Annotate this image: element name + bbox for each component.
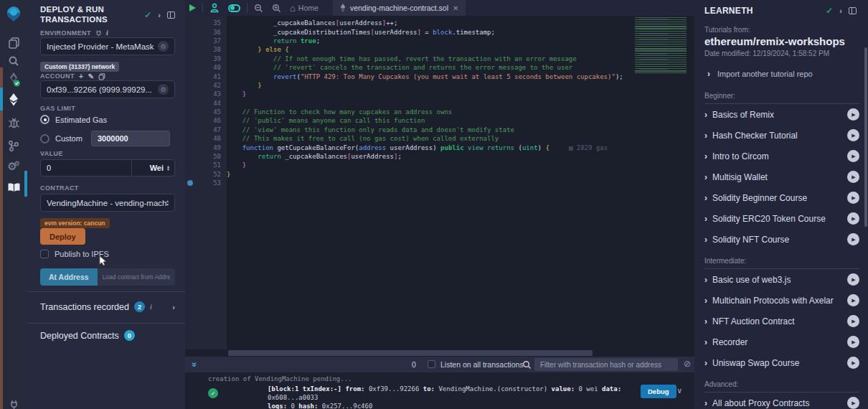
at-address-input[interactable] [98, 268, 175, 286]
terminal-search-icon[interactable] [522, 359, 532, 372]
code-line[interactable]: 48 // This makes it free to call (no gas… [185, 134, 694, 143]
line-number[interactable]: 43 [195, 90, 221, 98]
play-icon[interactable]: ▶ [847, 171, 859, 183]
code-line[interactable]: 51 } [185, 161, 694, 169]
clear-console-icon[interactable]: ⊘ [684, 359, 691, 369]
close-tab-icon[interactable]: ✕ [453, 4, 458, 12]
play-icon[interactable]: ▶ [847, 192, 859, 204]
play-icon[interactable]: ▶ [847, 315, 859, 327]
deployed-contracts-row[interactable]: Deployed Contracts 0 [40, 330, 175, 341]
play-icon[interactable]: ▶ [847, 129, 859, 141]
code-line[interactable]: 40 // 'revert' cancels the transaction a… [185, 63, 694, 72]
line-number[interactable]: 51 [195, 161, 221, 169]
learneth-icon[interactable] [0, 177, 27, 198]
play-icon[interactable]: ▶ [847, 397, 859, 409]
line-number[interactable]: 50 [195, 153, 221, 160]
tutorial-item[interactable]: ›Basics of Remix▶ [704, 104, 859, 125]
at-address-button[interactable]: At Address [40, 268, 98, 286]
code-line[interactable]: 41 revert("HTTP 429: Too Many Cupcakes (… [185, 72, 694, 80]
editor-minimap[interactable] [632, 17, 692, 73]
line-number[interactable]: 49 [195, 144, 221, 151]
code-line[interactable]: 46 // 'public' means anyone can call thi… [185, 116, 694, 125]
terminal-collapse-icon[interactable]: » [189, 362, 199, 367]
learneth-scrollbar[interactable] [864, 47, 867, 227]
code-line[interactable]: 47 // 'view' means this function only re… [185, 126, 694, 134]
line-number[interactable]: 52 [195, 171, 221, 178]
account-settings-icon[interactable]: ⚙ [158, 84, 169, 95]
expand-transactions-icon[interactable]: › [172, 303, 175, 311]
play-icon[interactable]: ▶ [847, 273, 859, 286]
tutorial-item[interactable]: ›Hash Checker Tutorial▶ [704, 125, 859, 146]
publish-ipfs-checkbox[interactable] [40, 250, 49, 258]
horizontal-scrollbar[interactable] [228, 350, 593, 356]
collapse-panel-icon[interactable]: › [839, 6, 842, 15]
deploy-button[interactable]: Deploy [40, 228, 85, 245]
environment-select[interactable]: Injected Provider - MetaMask ⚙ [40, 37, 175, 55]
code-line[interactable]: 45 // Function to check how many cupcake… [185, 108, 694, 116]
tutorial-item[interactable]: ›Uniswap Swap Course▶ [704, 352, 859, 373]
line-number[interactable]: 53 [195, 179, 221, 187]
code-line[interactable]: 50 return _cupcakeBalances[userAddress]; [185, 152, 694, 161]
custom-gas-input[interactable] [91, 131, 170, 146]
play-icon[interactable]: ▶ [847, 212, 859, 225]
custom-gas-radio[interactable] [40, 134, 49, 144]
terminal-filter-input[interactable] [534, 358, 678, 371]
line-number[interactable]: 46 [195, 117, 221, 124]
zoom-out-icon[interactable] [250, 0, 268, 16]
deploy-run-icon[interactable] [0, 89, 27, 111]
tutorial-item[interactable]: ›Solidity Beginner Course▶ [704, 187, 859, 208]
import-repo-row[interactable]: › Import another tutorial repo [707, 69, 859, 79]
code-line[interactable]: 37 return true; [185, 37, 694, 45]
tutorial-item[interactable]: ›Multichain Protocols with Axelar▶ [704, 290, 859, 311]
code-line[interactable]: 49 function getCupcakeBalanceFor(address… [185, 143, 694, 151]
line-number[interactable]: 47 [195, 126, 221, 133]
tutorial-item[interactable]: ›All about Proxy Contracts▶ [704, 392, 859, 409]
tab-vending-machine-contract[interactable]: vending-machine-contract.sol ✕ [333, 0, 466, 16]
plugin-settings-icon[interactable]: ⚙⚙ [0, 155, 27, 177]
estimated-gas-option[interactable]: Estimated Gas [40, 115, 175, 124]
plug-icon[interactable] [0, 393, 27, 409]
zoom-in-icon[interactable] [268, 0, 286, 16]
estimated-gas-radio[interactable] [40, 115, 49, 124]
line-number[interactable]: 44 [195, 100, 221, 107]
home-tab[interactable]: ⌂ Home [286, 0, 323, 16]
tutorial-item[interactable]: ›Basic use of web3.js▶ [704, 269, 859, 290]
tutorial-item[interactable]: ›Solidity ERC20 Token Course▶ [704, 208, 859, 229]
play-icon[interactable]: ▶ [847, 357, 859, 369]
play-icon[interactable]: ▶ [847, 150, 859, 162]
transactions-recorded-row[interactable]: Transactions recorded 2 i › [40, 301, 175, 312]
line-number[interactable]: 42 [195, 82, 221, 89]
line-number[interactable]: 37 [195, 37, 221, 44]
code-line[interactable]: 42 } [185, 81, 694, 90]
code-line[interactable]: 44 [185, 99, 694, 108]
contract-select[interactable]: VendingMachine - vending-machin ▴▾ [40, 194, 175, 212]
info-icon[interactable]: i [106, 29, 108, 37]
line-number[interactable]: 48 [195, 135, 221, 142]
play-icon[interactable]: ▶ [847, 233, 859, 245]
info-icon[interactable]: i [150, 303, 152, 311]
tutorial-item[interactable]: ›Solidity NFT Course▶ [704, 229, 859, 250]
play-icon[interactable]: ▶ [847, 108, 859, 121]
play-icon[interactable]: ▶ [847, 336, 859, 348]
code-lines[interactable]: 35 _cupcakeBalances[userAddress]++;36 _c… [185, 19, 694, 187]
code-line[interactable]: 39 // If not enough time has passed, rev… [185, 55, 694, 63]
code-line[interactable]: 38 } else { [185, 45, 694, 54]
breakpoint-cell[interactable] [185, 180, 195, 186]
run-script-icon[interactable] [185, 0, 200, 16]
code-line[interactable]: 53 [185, 179, 694, 187]
value-unit-select[interactable]: Wei ▴▾ [132, 159, 175, 177]
play-icon[interactable]: ▶ [847, 294, 859, 306]
code-line[interactable]: 43 } [185, 90, 694, 98]
git-icon[interactable] [0, 135, 27, 156]
pin-panel-icon[interactable] [167, 11, 175, 19]
publish-ipfs-option[interactable]: Publish to IPFS [40, 250, 175, 258]
expand-tx-icon[interactable]: ∨ [677, 386, 682, 395]
line-number[interactable]: 38 [195, 46, 221, 53]
code-line[interactable]: 36 _cupcakeDistributionTimes[userAddress… [185, 27, 694, 36]
account-select[interactable]: 0xf39...92266 (9999.99929... ⚙ [40, 80, 175, 98]
line-number[interactable]: 40 [195, 64, 221, 71]
collapse-panel-icon[interactable]: › [158, 11, 161, 19]
debug-button[interactable]: Debug [641, 385, 676, 398]
tutorial-item[interactable]: ›Intro to Circom▶ [704, 146, 859, 166]
listen-all-checkbox[interactable] [428, 360, 435, 368]
